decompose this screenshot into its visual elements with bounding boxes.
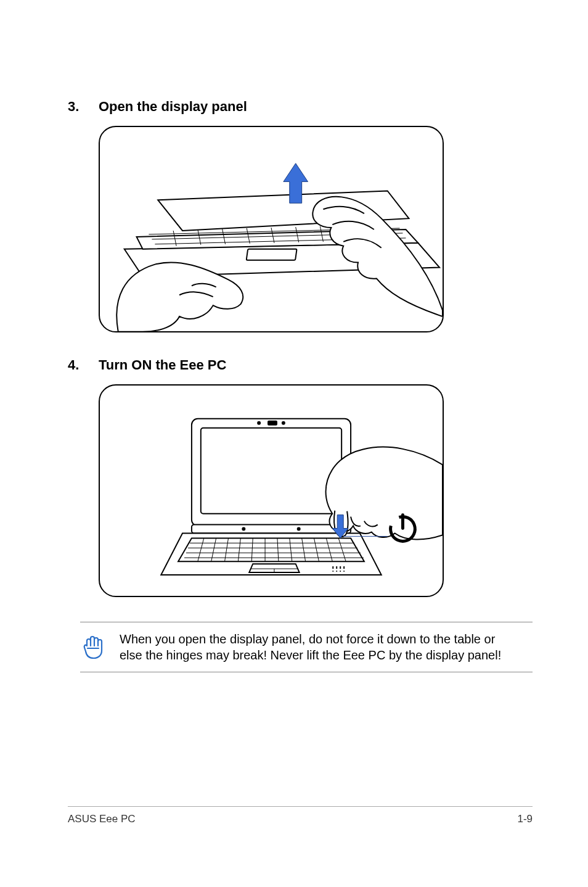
svg-rect-42	[340, 566, 341, 569]
figure-open-display	[99, 126, 444, 332]
open-display-illustration	[100, 126, 443, 332]
page-content: 3. Open the display panel	[0, 0, 588, 672]
step-title: Open the display panel	[99, 99, 247, 115]
caution-hand-icon	[80, 631, 105, 663]
svg-rect-15	[201, 428, 341, 514]
footer-right: 1-9	[517, 813, 533, 825]
step-number: 3.	[68, 99, 99, 115]
step-4-heading: 4. Turn ON the Eee PC	[68, 357, 533, 373]
caution-note: When you open the display panel, do not …	[80, 622, 533, 672]
svg-point-16	[258, 422, 260, 424]
svg-rect-43	[343, 566, 345, 569]
step-title: Turn ON the Eee PC	[99, 357, 226, 373]
footer-left: ASUS Eee PC	[68, 813, 136, 825]
step-3-heading: 3. Open the display panel	[68, 99, 533, 115]
svg-point-45	[336, 571, 337, 572]
svg-point-21	[298, 528, 300, 530]
svg-rect-12	[247, 249, 297, 260]
svg-point-18	[282, 422, 285, 424]
svg-rect-41	[336, 566, 337, 569]
svg-rect-17	[268, 421, 277, 425]
step-number: 4.	[68, 357, 99, 373]
svg-point-20	[242, 528, 245, 530]
figure-turn-on	[99, 384, 444, 597]
turn-on-illustration	[100, 384, 443, 597]
svg-point-47	[343, 571, 345, 572]
svg-point-46	[340, 571, 341, 572]
svg-rect-19	[192, 525, 351, 534]
page-footer: ASUS Eee PC 1-9	[68, 806, 533, 825]
svg-rect-40	[332, 566, 333, 569]
svg-point-44	[332, 571, 333, 572]
caution-text: When you open the display panel, do not …	[120, 631, 533, 663]
